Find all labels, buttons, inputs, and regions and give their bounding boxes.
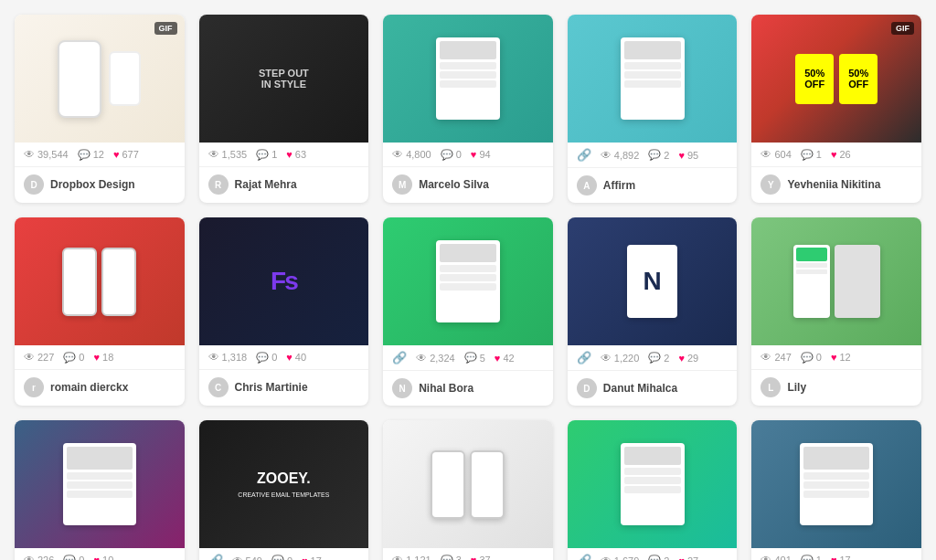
card-author[interactable]: M Marcelo Silva <box>383 167 553 202</box>
comment-stat: 💬 12 <box>78 149 104 161</box>
like-count: 17 <box>839 555 850 560</box>
eye-icon: 👁 <box>24 554 35 560</box>
comment-stat: 💬 1 <box>256 149 277 161</box>
avatar: R <box>208 174 229 195</box>
comment-icon: 💬 <box>63 352 76 364</box>
link-icon: 🔗 <box>577 148 591 162</box>
view-stat: 👁 226 <box>24 554 54 560</box>
card-author[interactable]: L Lily <box>751 370 921 405</box>
card-yev[interactable]: 50%OFF 50%OFF GIF 👁 604 💬 1 ♥ 26 Y Yevhe… <box>751 15 921 203</box>
card-stats: 👁 1,318 💬 0 ♥ 40 <box>199 345 369 370</box>
author-name: Marcelo Silva <box>419 178 489 191</box>
author-name: Rajat Mehra <box>235 178 297 191</box>
author-name: romain dierckx <box>50 381 128 394</box>
eye-icon: 👁 <box>24 351 35 364</box>
avatar: L <box>760 377 781 397</box>
comment-stat: 💬 1 <box>801 555 822 561</box>
card-lily[interactable]: 👁 247 💬 0 ♥ 12 L Lily <box>751 217 921 406</box>
like-count: 677 <box>122 149 138 160</box>
card-romain[interactable]: 👁 227 💬 0 ♥ 18 r romain dierckx <box>15 217 185 406</box>
card-thumbnail[interactable] <box>383 15 553 143</box>
card-ethan[interactable]: 👁 401 💬 1 ♥ 17 E Ethan Bykerk <box>751 420 921 560</box>
card-author[interactable]: A Affirm <box>568 168 738 203</box>
heart-icon: ♥ <box>831 555 837 560</box>
view-count: 604 <box>774 149 791 160</box>
comment-stat: 💬 2 <box>648 352 669 364</box>
card-nihal1[interactable]: 🔗 👁 2,324 💬 5 ♥ 42 N Nihal Bora <box>383 217 553 406</box>
card-thumbnail[interactable] <box>751 217 921 345</box>
card-author[interactable]: Y Yevheniia Nikitina <box>751 167 921 202</box>
card-stats: 👁 1,535 💬 1 ♥ 63 <box>199 143 369 167</box>
like-stat: ♥ 17 <box>302 555 322 561</box>
card-thumbnail[interactable] <box>568 15 738 143</box>
like-stat: ♥ 40 <box>286 352 306 363</box>
card-oscar[interactable]: 👁 226 💬 0 ♥ 10 O Oscar Haley <box>15 420 185 560</box>
author-name: Danut Mihalca <box>603 382 677 395</box>
card-thumbnail[interactable]: N <box>568 217 738 345</box>
like-count: 63 <box>295 149 306 160</box>
card-affirm[interactable]: 🔗 👁 4,892 💬 2 ♥ 95 A Affirm <box>568 15 738 203</box>
card-rajat[interactable]: STEP OUTIN STYLE 👁 1,535 💬 1 ♥ 63 R Raja… <box>199 15 369 203</box>
comment-icon: 💬 <box>78 149 90 161</box>
card-nihal2[interactable]: 🔗 👁 1,679 💬 2 ♥ 27 N Nihal Bora <box>568 420 738 560</box>
card-thumbnail[interactable] <box>383 420 553 548</box>
comment-icon: 💬 <box>648 555 661 560</box>
eye-icon: 👁 <box>601 352 612 365</box>
heart-icon: ♥ <box>831 149 837 160</box>
card-chris[interactable]: Fs 👁 1,318 💬 0 ♥ 40 C Chris Martinie <box>199 217 369 406</box>
view-count: 227 <box>37 352 54 363</box>
comment-icon: 💬 <box>648 352 661 364</box>
card-thumbnail[interactable] <box>383 217 553 345</box>
comment-count: 3 <box>456 555 462 560</box>
card-thumbnail[interactable]: STEP OUTIN STYLE <box>199 15 369 143</box>
card-thumbnail[interactable] <box>15 420 185 548</box>
card-author[interactable]: C Chris Martinie <box>199 370 369 405</box>
view-count: 226 <box>37 555 54 560</box>
comment-stat: 💬 5 <box>464 352 485 364</box>
comment-stat: 💬 0 <box>271 555 292 560</box>
card-author[interactable]: D Danut Mihalca <box>568 371 738 406</box>
card-thumbnail[interactable] <box>568 420 738 548</box>
card-micromove[interactable]: ZOOEY.CREATIVE EMAIL TEMPLATES 🔗 👁 549 💬… <box>199 420 369 560</box>
card-author[interactable]: N Nihal Bora <box>383 371 553 406</box>
link-icon-row: 🔗 👁 4,892 💬 2 ♥ 95 <box>568 143 738 168</box>
card-thumbnail[interactable]: Fs <box>199 217 369 345</box>
link-icon-row: 🔗 👁 1,679 💬 2 ♥ 27 <box>568 548 738 560</box>
view-stat: 👁 2,324 <box>416 352 455 365</box>
view-count: 39,544 <box>37 149 69 160</box>
author-name: Lily <box>787 381 806 394</box>
comment-stat: 💬 0 <box>441 149 462 161</box>
card-author[interactable]: R Rajat Mehra <box>199 167 369 202</box>
card-stats: 👁 39,544 💬 12 ♥ 677 <box>15 143 185 167</box>
card-grid: GIF 👁 39,544 💬 12 ♥ 677 D Dropbox Design… <box>15 15 921 560</box>
gif-badge: GIF <box>891 22 914 35</box>
eye-icon: 👁 <box>760 148 771 161</box>
card-thumbnail[interactable]: GIF <box>15 15 185 143</box>
card-stats: 👁 604 💬 1 ♥ 26 <box>751 143 921 167</box>
comment-count: 0 <box>79 555 84 560</box>
comment-icon: 💬 <box>648 149 661 161</box>
card-thumbnail[interactable] <box>15 217 185 345</box>
like-count: 26 <box>839 149 850 160</box>
eye-icon: 👁 <box>416 352 427 365</box>
heart-icon: ♥ <box>678 353 685 364</box>
card-author[interactable]: r romain dierckx <box>15 370 185 405</box>
card-danut[interactable]: N 🔗 👁 1,220 💬 2 ♥ 29 D Danut Mihalca <box>568 217 738 406</box>
comment-icon: 💬 <box>256 352 269 364</box>
like-stat: ♥ 17 <box>831 555 851 560</box>
card-marcelo[interactable]: 👁 4,800 💬 0 ♥ 94 M Marcelo Silva <box>383 15 553 203</box>
avatar: N <box>392 378 412 398</box>
card-author[interactable]: D Dropbox Design <box>15 167 185 202</box>
card-thumbnail[interactable] <box>751 420 921 548</box>
comment-stat: 💬 0 <box>63 555 84 561</box>
avatar: M <box>392 174 412 195</box>
card-thumbnail[interactable]: ZOOEY.CREATIVE EMAIL TEMPLATES <box>199 420 369 548</box>
card-thumbnail[interactable]: 50%OFF 50%OFF GIF <box>751 15 921 143</box>
like-count: 18 <box>102 352 113 363</box>
view-stat: 👁 247 <box>760 351 791 364</box>
card-mekryukov[interactable]: 👁 1,121 💬 3 ♥ 37 M MEKRYUKOV <box>383 420 553 560</box>
comment-count: 0 <box>79 352 84 363</box>
heart-icon: ♥ <box>495 353 501 364</box>
card-dropbox[interactable]: GIF 👁 39,544 💬 12 ♥ 677 D Dropbox Design <box>15 15 185 203</box>
heart-icon: ♥ <box>286 149 292 160</box>
